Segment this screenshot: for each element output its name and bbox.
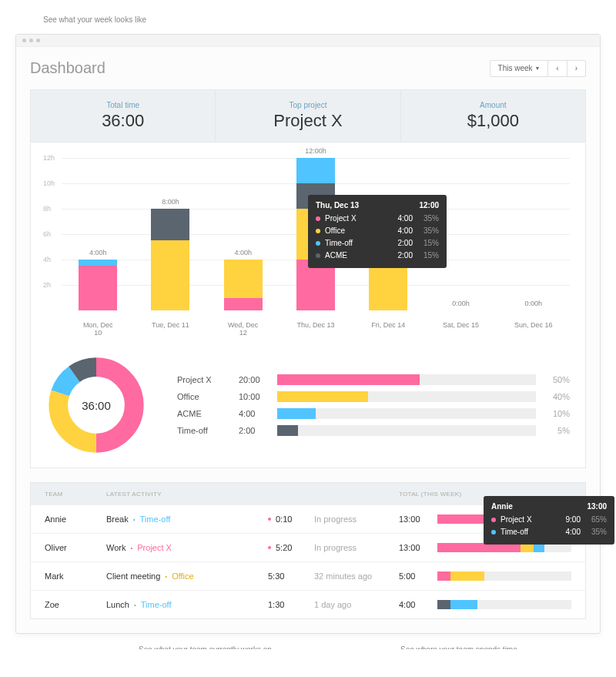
bar-2[interactable]: 4:00h — [224, 158, 263, 310]
chevron-right-icon: › — [575, 64, 578, 72]
team-row-0[interactable]: Annie Break•Time-off 0:10 In progress 13… — [31, 505, 585, 534]
bar-5[interactable]: 0:00h — [442, 158, 480, 310]
annotation-top: See what your week looks like — [43, 15, 146, 24]
header: Dashboard This week ▼ ‹ › — [16, 47, 600, 89]
breakdown-row: Office10:00 40% — [177, 391, 570, 402]
kpi-1: Top projectProject X — [216, 90, 400, 142]
breakdown-row: Project X20:00 50% — [177, 374, 570, 385]
next-button[interactable]: › — [567, 60, 586, 77]
team-card: TEAM LATEST ACTIVITY TOTAL (THIS WEEK) A… — [30, 482, 586, 619]
chevron-left-icon: ‹ — [556, 64, 558, 72]
donut-center-value: 36:00 — [46, 355, 146, 455]
team-row-3[interactable]: Zoe Lunch•Time-off 1:30 1 day ago 4:00 — [31, 591, 585, 618]
summary-card: Total time36:00Top projectProject XAmoun… — [30, 89, 586, 468]
breakdown-row: ACME4:00 10% — [177, 408, 570, 419]
kpi-0: Total time36:00 — [31, 90, 216, 142]
annotation-bottom-right: See where your team spends time — [400, 645, 517, 649]
bar-6[interactable]: 0:00h — [514, 158, 553, 310]
kpi-2: Amount$1,000 — [401, 90, 585, 142]
titlebar — [16, 35, 600, 47]
prev-button[interactable]: ‹ — [547, 60, 567, 77]
team-tooltip: Annie13:00 Project X9:0065%Time-off4:003… — [484, 496, 614, 545]
app-window: Dashboard This week ▼ ‹ › Total time36:0… — [15, 34, 601, 634]
range-dropdown[interactable]: This week ▼ — [490, 60, 549, 77]
weekly-bar-chart: 2h4h6h8h10h12h 4:00h 8:00h 4:00h 12:00h … — [31, 142, 585, 343]
project-breakdown: 36:00 Project X20:00 50% Office10:00 40%… — [31, 343, 585, 468]
team-row-2[interactable]: Mark Client meeting•Office 5:30 32 minut… — [31, 562, 585, 591]
donut-chart: 36:00 — [46, 355, 146, 455]
page-title: Dashboard — [30, 59, 105, 77]
date-range-picker[interactable]: This week ▼ ‹ › — [490, 60, 586, 77]
bar-0[interactable]: 4:00h — [79, 158, 117, 310]
chevron-down-icon: ▼ — [534, 65, 540, 71]
bar-1[interactable]: 8:00h — [151, 158, 189, 310]
chart-tooltip: Thu, Dec 1312:00 Project X4:0035%Office4… — [308, 195, 447, 268]
breakdown-row: Time-off2:00 5% — [177, 425, 570, 436]
annotation-bottom-left: See what your team currently works on — [139, 645, 272, 649]
